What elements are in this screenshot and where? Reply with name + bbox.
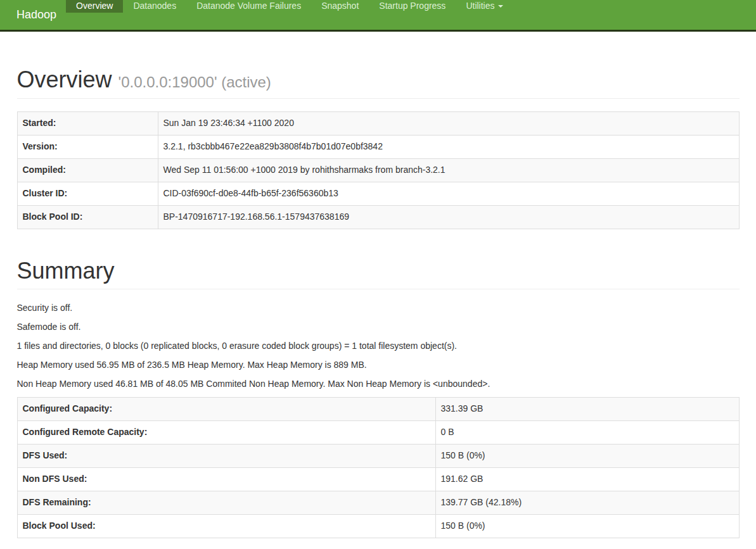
filesystem-objects-text: 1 files and directories, 0 blocks (0 rep… bbox=[17, 340, 740, 353]
nav-item-utilities-dropdown[interactable]: Utilities bbox=[456, 0, 513, 13]
table-row: Compiled: Wed Sep 11 01:56:00 +1000 2019… bbox=[17, 158, 739, 182]
security-status-text: Security is off. bbox=[17, 302, 740, 315]
row-label: Configured Capacity: bbox=[17, 398, 435, 421]
row-value: BP-1470916717-192.168.56.1-1579437638169 bbox=[158, 205, 739, 229]
namenode-info-table: Started: Sun Jan 19 23:46:34 +1100 2020 … bbox=[17, 111, 740, 229]
row-value: 191.62 GB bbox=[435, 467, 739, 491]
top-navbar: Hadoop Overview Datanodes Datanode Volum… bbox=[0, 0, 756, 32]
summary-page-header: Summary bbox=[17, 258, 740, 290]
row-label: Configured Remote Capacity: bbox=[17, 421, 435, 445]
row-value: 139.77 GB (42.18%) bbox=[435, 491, 739, 514]
page-title-text: Overview bbox=[17, 66, 112, 92]
row-value: 150 B (0%) bbox=[435, 445, 739, 468]
row-label: Compiled: bbox=[17, 158, 158, 182]
row-label: DFS Used: bbox=[17, 445, 435, 468]
main-content: Overview '0.0.0.0:19000' (active) Starte… bbox=[17, 67, 740, 538]
nav-item-overview[interactable]: Overview bbox=[66, 0, 123, 13]
table-row: Started: Sun Jan 19 23:46:34 +1100 2020 bbox=[17, 111, 739, 135]
nav-item-startup-progress[interactable]: Startup Progress bbox=[369, 0, 456, 13]
navbar-menu: Overview Datanodes Datanode Volume Failu… bbox=[66, 0, 513, 30]
row-value: 3.2.1, rb3cbbb467e22ea829b3808f4b7b01d07… bbox=[158, 135, 739, 158]
nav-item-datanode-volume-failures[interactable]: Datanode Volume Failures bbox=[186, 0, 311, 13]
table-row: Configured Remote Capacity: 0 B bbox=[17, 421, 739, 445]
heap-memory-text: Heap Memory used 56.95 MB of 236.5 MB He… bbox=[17, 359, 740, 372]
page-title-subtitle: '0.0.0.0:19000' (active) bbox=[119, 73, 271, 91]
caret-down-icon bbox=[498, 5, 503, 8]
table-row: Configured Capacity: 331.39 GB bbox=[17, 398, 739, 421]
row-label: Cluster ID: bbox=[17, 182, 158, 205]
row-label: Non DFS Used: bbox=[17, 467, 435, 491]
row-value: 150 B (0%) bbox=[435, 514, 739, 538]
brand-hadoop[interactable]: Hadoop bbox=[0, 0, 66, 30]
row-label: Block Pool ID: bbox=[17, 205, 158, 229]
table-row: Non DFS Used: 191.62 GB bbox=[17, 467, 739, 491]
nav-item-datanodes[interactable]: Datanodes bbox=[123, 0, 186, 13]
table-row: DFS Used: 150 B (0%) bbox=[17, 445, 739, 468]
table-row: Block Pool Used: 150 B (0%) bbox=[17, 514, 739, 538]
table-row: Version: 3.2.1, rb3cbbb467e22ea829b3808f… bbox=[17, 135, 739, 158]
table-row: Cluster ID: CID-03f690cf-d0e8-44fb-b65f-… bbox=[17, 182, 739, 205]
row-value: Sun Jan 19 23:46:34 +1100 2020 bbox=[158, 111, 739, 135]
summary-title: Summary bbox=[17, 258, 740, 284]
summary-text-block: Security is off. Safemode is off. 1 file… bbox=[17, 302, 740, 391]
row-label: DFS Remaining: bbox=[17, 491, 435, 514]
row-label: Version: bbox=[17, 135, 158, 158]
table-row: DFS Remaining: 139.77 GB (42.18%) bbox=[17, 491, 739, 514]
page-title: Overview '0.0.0.0:19000' (active) bbox=[17, 67, 740, 92]
row-label: Block Pool Used: bbox=[17, 514, 435, 538]
table-row: Block Pool ID: BP-1470916717-192.168.56.… bbox=[17, 205, 739, 229]
row-value: 0 B bbox=[435, 421, 739, 445]
overview-page-header: Overview '0.0.0.0:19000' (active) bbox=[17, 67, 740, 99]
capacity-table: Configured Capacity: 331.39 GB Configure… bbox=[17, 397, 740, 538]
row-value: CID-03f690cf-d0e8-44fb-b65f-236f56360b13 bbox=[158, 182, 739, 205]
row-value: Wed Sep 11 01:56:00 +1000 2019 by rohith… bbox=[158, 158, 739, 182]
nav-item-utilities-label: Utilities bbox=[466, 0, 494, 13]
safemode-status-text: Safemode is off. bbox=[17, 321, 740, 334]
row-label: Started: bbox=[17, 111, 158, 135]
row-value: 331.39 GB bbox=[435, 398, 739, 421]
non-heap-memory-text: Non Heap Memory used 46.81 MB of 48.05 M… bbox=[17, 378, 740, 391]
nav-item-snapshot[interactable]: Snapshot bbox=[311, 0, 369, 13]
